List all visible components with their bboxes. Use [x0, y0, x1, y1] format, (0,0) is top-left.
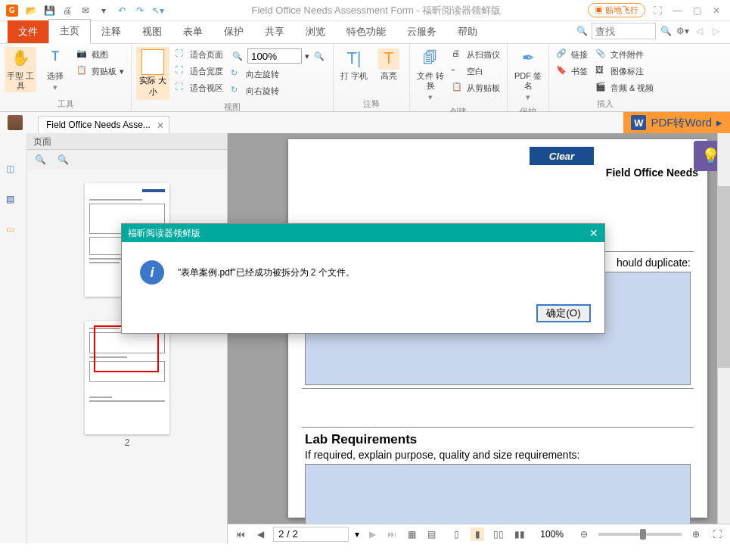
- info-icon: i: [140, 260, 164, 285]
- ok-button[interactable]: 确定(O): [536, 304, 591, 322]
- modal-overlay: 福昕阅读器领鲜版 ✕ i "表单案例.pdf"已经成功被拆分为 2 个文件。 确…: [0, 0, 730, 560]
- dialog-titlebar: 福昕阅读器领鲜版 ✕: [122, 224, 604, 242]
- dialog-close-icon[interactable]: ✕: [589, 227, 598, 239]
- info-dialog: 福昕阅读器领鲜版 ✕ i "表单案例.pdf"已经成功被拆分为 2 个文件。 确…: [121, 223, 605, 334]
- dialog-message: "表单案例.pdf"已经成功被拆分为 2 个文件。: [178, 266, 355, 279]
- dialog-title: 福昕阅读器领鲜版: [128, 227, 200, 240]
- dialog-body: i "表单案例.pdf"已经成功被拆分为 2 个文件。: [122, 242, 604, 298]
